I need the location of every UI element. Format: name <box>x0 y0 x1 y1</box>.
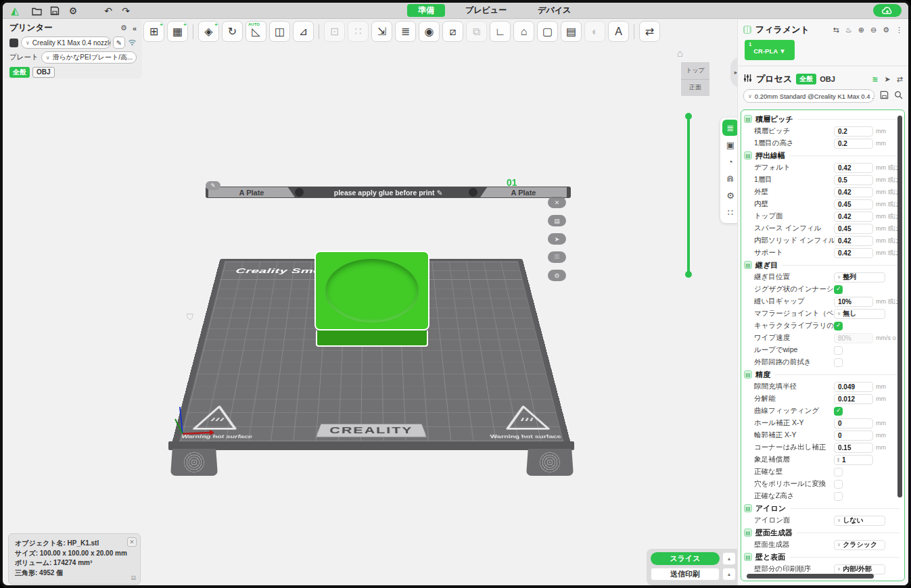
save-preset-icon[interactable] <box>880 90 889 102</box>
category-quality[interactable]: ≣ <box>722 120 739 136</box>
category-speed[interactable]: ◔ <box>722 153 739 170</box>
param-select[interactable]: ∨整列 <box>834 272 885 283</box>
param-select[interactable]: ∨しない <box>834 516 885 526</box>
param-input[interactable]: 0.049 <box>834 382 873 392</box>
param-input[interactable]: 0.45 <box>834 224 873 234</box>
category-others[interactable]: ∷ <box>722 204 739 220</box>
support-button[interactable]: ⌂ <box>513 21 534 42</box>
param-input[interactable]: 0.45 <box>834 199 873 210</box>
add-filament-icon[interactable]: ⊕ <box>858 26 864 34</box>
model-object[interactable] <box>314 251 429 330</box>
param-input[interactable]: 0.42 <box>834 187 873 197</box>
home-view-icon[interactable]: ⌂ <box>677 47 683 59</box>
category-plate[interactable]: ▣ <box>722 137 739 153</box>
save-icon[interactable] <box>48 4 62 18</box>
view-top[interactable]: トップ <box>681 62 709 79</box>
edit-plate-name-icon[interactable]: ✎ <box>206 181 220 190</box>
slider-handle-bottom[interactable] <box>685 271 692 278</box>
filament-dryer-icon[interactable]: ♨ <box>845 26 852 34</box>
split-layout-button[interactable]: ◫ <box>269 21 290 42</box>
rotate-button[interactable]: ↻ <box>222 21 243 42</box>
param-checkbox[interactable] <box>834 358 843 367</box>
obj-badge[interactable]: OBJ <box>32 67 55 78</box>
view-cube[interactable]: トップ 正面 <box>681 62 709 96</box>
open-file-icon[interactable] <box>30 4 43 18</box>
param-checkbox[interactable] <box>834 407 843 416</box>
drill-hole-button[interactable]: ◉ <box>419 21 440 42</box>
param-select[interactable]: ∨内部/外部 <box>834 564 885 574</box>
category-machine[interactable]: ⚙ <box>722 187 739 203</box>
param-select[interactable]: ∨クラシック <box>834 540 885 550</box>
process-obj-label[interactable]: OBJ <box>820 75 835 83</box>
tab-準備[interactable]: 準備 <box>407 4 445 17</box>
param-select[interactable]: ∨無し <box>834 309 885 319</box>
close-info-icon[interactable]: ✕ <box>127 537 137 547</box>
param-checkbox[interactable] <box>834 480 843 489</box>
cut-button[interactable]: ⧄ <box>442 21 463 42</box>
tab-デバイス[interactable]: デバイス <box>527 4 582 17</box>
orient-plate-button[interactable]: ➤ <box>548 233 566 245</box>
close-plate-button[interactable]: ✕ <box>548 197 566 208</box>
plate-select[interactable]: ∨ 滑らかなPEIプレート/高... <box>41 51 137 64</box>
lay-on-face-button[interactable]: ⊿ <box>293 21 314 42</box>
param-input[interactable]: 0 <box>834 431 873 441</box>
remove-filament-icon[interactable]: ⊖ <box>870 26 877 34</box>
undo-icon[interactable]: ↶ <box>101 4 115 18</box>
printer-select[interactable]: ∨ Creality K1 Max 0.4 nozzle <box>21 36 111 49</box>
filament-sync-icon[interactable]: ⇆ <box>833 26 839 34</box>
layer-range-slider[interactable] <box>687 116 690 274</box>
plate-settings-button[interactable]: ⚙ <box>548 270 566 281</box>
advanced-toggle-icon[interactable]: ≋ <box>872 75 878 84</box>
param-input[interactable]: 0.012 <box>834 394 873 404</box>
swap-model-button[interactable]: ⇄ <box>639 21 660 42</box>
layer-stack-button[interactable]: ≣ <box>395 21 416 42</box>
collapse-panel-icon[interactable]: « <box>133 24 137 32</box>
scale-frame-button[interactable]: ⇲ <box>371 21 392 42</box>
tab-プレビュー[interactable]: プレビュー <box>454 4 517 17</box>
edit-printer-icon[interactable]: ✎ <box>113 36 125 49</box>
text-button[interactable]: A <box>608 21 629 42</box>
param-checkbox[interactable] <box>834 322 843 330</box>
send-options-icon[interactable]: ▲ <box>722 568 736 581</box>
general-badge[interactable]: 全般 <box>9 67 30 78</box>
param-input[interactable]: 0.42 <box>834 212 873 222</box>
horizontal-scrollbar[interactable] <box>747 574 874 579</box>
height-range-button[interactable]: ▤ <box>561 21 582 42</box>
measure-button[interactable]: ∟ <box>490 21 511 42</box>
vertical-scrollbar[interactable] <box>897 116 902 497</box>
param-input[interactable]: 0.42 <box>834 236 873 246</box>
param-input[interactable]: 0.5 <box>834 175 873 185</box>
slice-options-icon[interactable]: ▲ <box>722 552 736 565</box>
search-params-icon[interactable] <box>894 90 903 102</box>
param-input[interactable]: 0.42 <box>834 248 873 258</box>
param-input[interactable]: 10% <box>834 297 873 307</box>
param-input[interactable]: 0.15 <box>834 443 873 453</box>
cloud-upload-button[interactable] <box>873 4 902 17</box>
auto-arrange-button[interactable]: ◈+ <box>198 21 219 42</box>
process-preset-select[interactable]: ∨ 0.20mm Standard @Creality K1 Max 0.4 .… <box>743 89 874 103</box>
param-stepper[interactable]: ▲▼1 <box>834 455 873 465</box>
minimize-info-icon[interactable]: ⊟ <box>131 574 136 581</box>
add-plate-button[interactable]: ▦+ <box>167 21 188 42</box>
plate-list-button[interactable]: ▤ <box>548 215 566 226</box>
seam-cube-button[interactable]: ▢ <box>537 21 558 42</box>
add-model-button[interactable]: ⊞+ <box>143 21 164 42</box>
process-general-badge[interactable]: 全般 <box>796 74 816 84</box>
param-checkbox[interactable] <box>834 468 843 476</box>
param-input[interactable]: 0.2 <box>834 139 873 149</box>
slider-handle-top[interactable] <box>685 113 692 120</box>
redo-icon[interactable]: ↷ <box>119 4 133 18</box>
param-input[interactable]: 0.2 <box>834 126 873 137</box>
auto-orient-button[interactable]: ◺AUTO <box>246 21 266 42</box>
param-checkbox[interactable] <box>834 346 843 355</box>
lock-plate-button[interactable]: ⚿ <box>548 251 566 263</box>
param-input[interactable]: 0 <box>834 418 873 428</box>
param-checkbox[interactable] <box>834 285 843 294</box>
slice-button[interactable]: スライス <box>651 552 720 565</box>
feedback-icon[interactable]: ➤ <box>885 75 891 84</box>
view-front[interactable]: 正面 <box>681 79 709 97</box>
filament-slot-chip[interactable]: 1 CR-PLA ▼ <box>745 40 795 60</box>
more-options-icon[interactable]: ⋮ <box>895 26 903 34</box>
send-print-button[interactable]: 送信印刷 <box>651 568 720 581</box>
printer-settings-icon[interactable]: ⚙ <box>120 24 127 32</box>
